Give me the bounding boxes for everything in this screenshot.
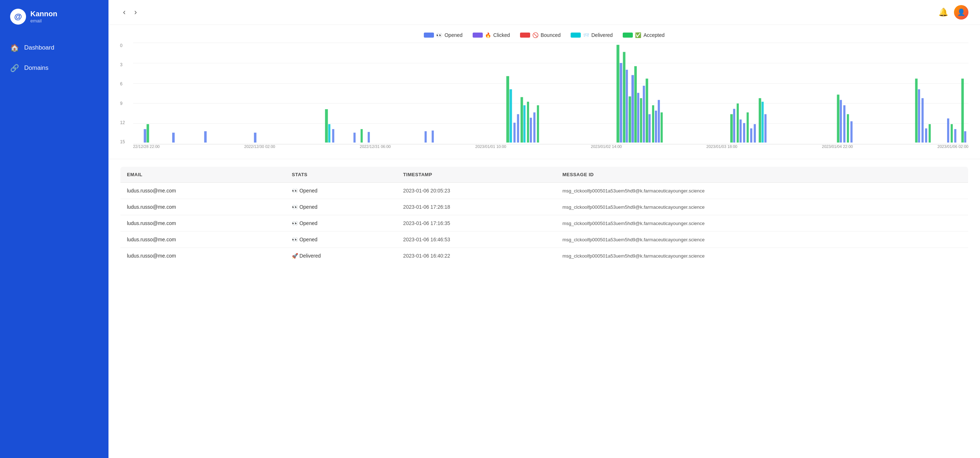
legend-delivered-emoji: 📨 [583,32,589,38]
table-row[interactable]: ludus.russo@me.com 🚀 Delivered 2023-01-0… [121,248,969,264]
topbar: ‹ › 🔔 👤 [108,0,980,25]
back-button[interactable]: ‹ [120,6,128,18]
svg-rect-13 [506,76,509,142]
svg-rect-19 [527,102,529,142]
cell-stats-3: 👀 Opened [285,231,397,248]
svg-rect-64 [964,131,966,142]
sidebar-item-dashboard[interactable]: 🏠 Dashboard [0,38,108,58]
cell-timestamp-0: 2023-01-06 20:05:23 [397,183,556,199]
legend-clicked-label: Clicked [493,32,510,38]
svg-rect-33 [646,78,648,142]
svg-rect-41 [737,104,739,142]
legend-opened-dot [424,33,434,38]
col-stats: STATS [285,167,397,183]
cell-timestamp-2: 2023-01-06 17:16:35 [397,215,556,231]
svg-rect-11 [425,131,427,142]
sidebar-item-domains-label: Domains [24,64,48,72]
svg-rect-59 [929,124,931,142]
cell-msgid-4: msg_clckoolfp000501a53uem5hd9@k.farmaceu… [556,248,968,264]
svg-rect-2 [172,133,175,143]
svg-rect-26 [625,70,628,142]
share-icon: 🔗 [10,64,19,72]
svg-rect-43 [743,123,745,142]
cell-msgid-3: msg_clckoolfp000501a53uem5hd9@k.farmaceu… [556,231,968,248]
legend-opened-emoji: 👀 [436,32,442,38]
svg-rect-61 [951,124,953,142]
cell-email-3: ludus.russo@me.com [121,231,286,248]
sidebar-item-dashboard-label: Dashboard [24,44,54,51]
cell-stats-0: 👀 Opened [285,183,397,199]
chart-y-labels: 15 12 9 6 3 0 [120,43,130,144]
svg-rect-5 [325,109,328,142]
cell-timestamp-3: 2023-01-06 16:46:53 [397,231,556,248]
main-content: ‹ › 🔔 👤 👀 Opened 🔥 Clicked 🚫 Bou [108,0,980,458]
svg-rect-3 [204,131,207,142]
svg-rect-35 [652,105,654,142]
legend-opened-label: Opened [444,32,463,38]
table-row[interactable]: ludus.russo@me.com 👀 Opened 2023-01-06 2… [121,183,969,199]
svg-rect-1 [146,124,149,142]
legend-accepted-label: Accepted [643,32,664,38]
svg-rect-57 [921,98,924,142]
cell-email-1: ludus.russo@me.com [121,199,286,215]
col-message-id: MESSAGE ID [556,167,968,183]
svg-rect-20 [530,118,532,142]
sidebar-item-domains[interactable]: 🔗 Domains [0,58,108,78]
svg-rect-52 [843,105,845,142]
table-row[interactable]: ludus.russo@me.com 👀 Opened 2023-01-06 1… [121,199,969,215]
svg-rect-28 [632,75,634,142]
home-icon: 🏠 [10,43,19,52]
svg-rect-29 [634,66,637,142]
legend-accepted: ✅ Accepted [623,32,664,38]
svg-rect-15 [514,123,515,142]
bell-icon[interactable]: 🔔 [939,8,948,17]
cell-email-2: ludus.russo@me.com [121,215,286,231]
chart-area [133,43,969,144]
svg-rect-56 [918,89,920,142]
svg-rect-6 [328,124,331,142]
svg-rect-50 [837,95,839,143]
cell-timestamp-1: 2023-01-06 17:26:18 [397,199,556,215]
table-row[interactable]: ludus.russo@me.com 👀 Opened 2023-01-06 1… [121,215,969,231]
forward-button[interactable]: › [131,6,140,18]
chart-legend: 👀 Opened 🔥 Clicked 🚫 Bounced 📨 Delivered [120,32,969,38]
svg-rect-42 [740,120,742,142]
brand-sub: email [30,18,57,24]
svg-rect-63 [961,78,964,142]
legend-bounced-dot [520,33,530,38]
svg-rect-34 [648,114,651,143]
cell-stats-1: 👀 Opened [285,199,397,215]
cell-msgid-2: msg_clckoolfp000501a53uem5hd9@k.farmaceu… [556,215,968,231]
cell-timestamp-4: 2023-01-06 16:40:22 [397,248,556,264]
email-table: EMAIL STATS TIMESTAMP MESSAGE ID ludus.r… [120,166,969,264]
svg-rect-7 [332,129,334,142]
svg-rect-39 [730,114,733,143]
svg-rect-25 [623,52,625,143]
svg-rect-4 [254,133,256,143]
svg-rect-22 [537,105,539,142]
topbar-left: ‹ › [120,6,140,18]
svg-rect-30 [637,93,640,143]
svg-rect-58 [925,128,927,142]
svg-rect-21 [533,113,536,143]
svg-rect-27 [628,96,631,142]
svg-rect-60 [947,118,949,142]
chart-x-labels: 22/12/28 22:00 2022/12/30 02:00 2022/12/… [133,144,969,155]
svg-rect-14 [509,89,512,142]
brand-name: Kannon [30,10,57,18]
cell-msgid-0: msg_clckoolfp000501a53uem5hd9@k.farmaceu… [556,183,968,199]
cell-email-4: ludus.russo@me.com [121,248,286,264]
svg-rect-9 [361,129,363,142]
svg-rect-37 [658,100,660,142]
table-header-row: EMAIL STATS TIMESTAMP MESSAGE ID [121,167,969,183]
legend-opened: 👀 Opened [424,32,463,38]
svg-rect-53 [847,114,849,143]
table-container: EMAIL STATS TIMESTAMP MESSAGE ID ludus.r… [108,159,980,458]
table-row[interactable]: ludus.russo@me.com 👀 Opened 2023-01-06 1… [121,231,969,248]
sidebar: @ Kannon email 🏠 Dashboard 🔗 Domains [0,0,108,458]
legend-delivered-dot [571,33,581,38]
svg-rect-36 [655,111,657,142]
svg-rect-18 [523,105,525,142]
svg-rect-55 [915,78,918,142]
svg-rect-0 [143,129,146,142]
